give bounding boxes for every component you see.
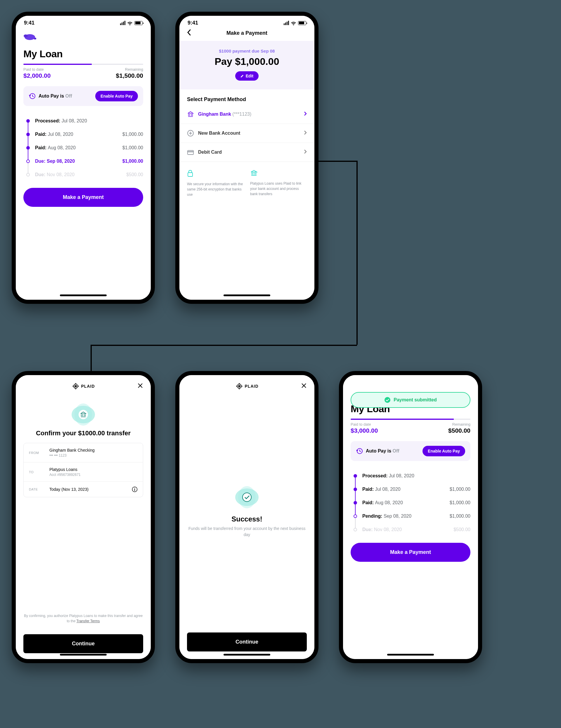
select-method-heading: Select Payment Method xyxy=(179,89,314,105)
bank-icon xyxy=(187,111,194,118)
lock-icon xyxy=(187,169,193,177)
check-circle-icon xyxy=(384,397,391,403)
info-icon[interactable] xyxy=(132,486,138,492)
remaining-label: Remaining xyxy=(116,67,143,72)
loan-progress xyxy=(23,64,143,65)
page-title: My Loan xyxy=(23,48,143,60)
paid-amount: $3,000.00 xyxy=(351,427,378,434)
remaining-amount: $1,500.00 xyxy=(116,72,143,79)
remaining-label: Remaining xyxy=(448,422,470,427)
plaid-brand: PLAID xyxy=(236,383,259,389)
close-button[interactable] xyxy=(137,383,143,390)
disclaimer: By confirming, you authorize Platypus Lo… xyxy=(23,613,143,624)
svg-rect-2 xyxy=(34,38,36,39)
bank-icon xyxy=(78,410,88,420)
phone-plaid-success: PLAID Success! Funds will be transferred… xyxy=(175,371,318,663)
confirm-headline: Confirm your $1000.00 transfer xyxy=(23,429,143,437)
wifi-icon xyxy=(291,21,296,25)
screen-title: Make a Payment xyxy=(187,30,307,36)
status-time: 9:41 xyxy=(24,20,34,26)
svg-rect-5 xyxy=(188,150,193,155)
back-button[interactable] xyxy=(187,29,191,37)
signal-icon xyxy=(120,21,125,25)
svg-point-12 xyxy=(134,488,135,488)
battery-icon xyxy=(298,21,306,25)
remaining-amount: $500.00 xyxy=(448,427,470,434)
history-icon xyxy=(29,93,36,100)
plus-circle-icon xyxy=(187,130,194,137)
enable-autopay-button[interactable]: Enable Auto Pay xyxy=(423,446,465,456)
edit-button[interactable]: Edit xyxy=(235,71,259,81)
pencil-icon xyxy=(240,74,244,78)
paid-amount: $2,000.00 xyxy=(23,72,51,79)
payment-due-line: $1000 payment due Sep 08 xyxy=(187,48,307,53)
svg-rect-7 xyxy=(188,173,193,176)
success-headline: Success! xyxy=(231,515,262,523)
continue-button[interactable]: Continue xyxy=(23,634,143,653)
plaid-logo-icon xyxy=(236,383,243,389)
paid-label: Paid to date xyxy=(351,422,378,427)
wifi-icon xyxy=(127,21,133,25)
payment-method-new-bank[interactable]: New Bank Account xyxy=(179,124,314,143)
phone-my-loan: 9:41 My Loan Paid to date $2,000.00 Rema… xyxy=(12,12,155,304)
chevron-right-icon xyxy=(304,111,307,117)
plaid-logo-icon xyxy=(72,383,79,389)
payment-amount: Pay $1,000.00 xyxy=(187,56,307,67)
close-icon xyxy=(301,383,307,389)
phone-make-payment: 9:41 Make a Payment $1000 payment due Se… xyxy=(175,12,318,304)
svg-point-10 xyxy=(79,410,88,419)
enable-autopay-button[interactable]: Enable Auto Pay xyxy=(95,91,138,101)
plaid-brand: PLAID xyxy=(72,383,95,389)
check-circle-icon xyxy=(242,492,252,502)
transfer-terms-link[interactable]: Transfer Terms xyxy=(77,619,100,623)
status-time: 9:41 xyxy=(188,20,198,26)
chevron-right-icon xyxy=(304,149,307,155)
svg-point-16 xyxy=(243,493,251,502)
status-bar: 9:41 xyxy=(16,16,151,28)
make-payment-button[interactable]: Make a Payment xyxy=(351,543,470,562)
battery-icon xyxy=(134,21,143,25)
security-info: We secure your information with the same… xyxy=(187,181,244,197)
bank-icon xyxy=(250,169,258,176)
svg-point-17 xyxy=(385,397,390,403)
svg-rect-13 xyxy=(134,489,135,491)
history-icon xyxy=(356,448,363,455)
plaid-info: Platypus Loans uses Plaid to link your b… xyxy=(250,181,307,197)
phone-my-loan-updated: Payment submitted My Loan Paid to date $… xyxy=(339,371,482,663)
chevron-right-icon xyxy=(304,130,307,136)
paid-label: Paid to date xyxy=(23,67,51,72)
success-body: Funds will be transferred from your acco… xyxy=(188,526,306,538)
card-icon xyxy=(187,149,194,156)
close-icon xyxy=(137,383,143,389)
svg-point-1 xyxy=(24,34,28,37)
payment-method-debit[interactable]: Debit Card xyxy=(179,143,314,162)
platypus-logo-icon xyxy=(23,31,40,42)
continue-button[interactable]: Continue xyxy=(187,632,307,651)
svg-rect-6 xyxy=(188,151,193,152)
phone-plaid-confirm: PLAID Confirm your $1000.00 transfer FRO… xyxy=(12,371,155,663)
payment-method-bank[interactable]: Gingham Bank (***1123) xyxy=(179,105,314,124)
signal-icon xyxy=(284,21,289,25)
loan-progress xyxy=(351,419,470,420)
make-payment-button[interactable]: Make a Payment xyxy=(23,188,143,207)
autopay-card: Auto Pay is Off Enable Auto Pay xyxy=(351,441,470,461)
status-bar: 9:41 xyxy=(179,16,314,28)
close-button[interactable] xyxy=(301,383,307,390)
payment-submitted-toast: Payment submitted xyxy=(351,392,470,408)
autopay-card: Auto Pay is Off Enable Auto Pay xyxy=(23,86,143,106)
